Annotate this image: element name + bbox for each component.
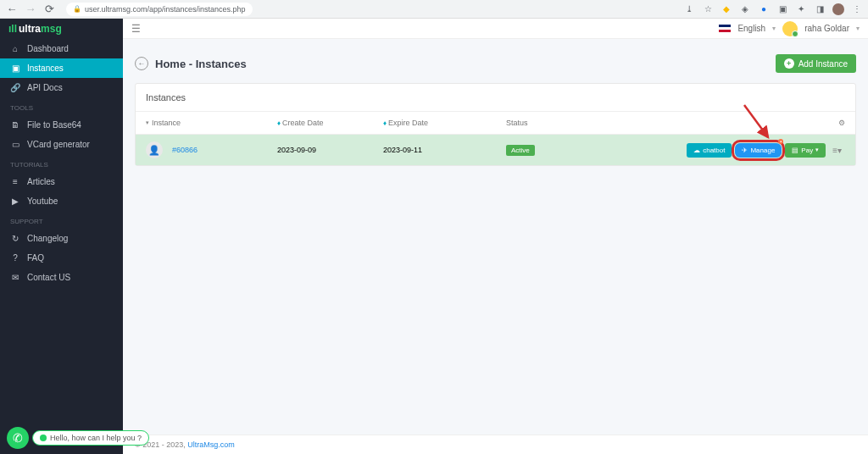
status-badge: Active <box>506 145 535 156</box>
whatsapp-icon: ✆ <box>7 427 29 449</box>
page-title: Home - Instances <box>155 58 247 70</box>
pay-button[interactable]: ▤Pay▾ <box>785 143 826 158</box>
logo-text1: ultra <box>19 23 41 35</box>
browser-forward[interactable]: → <box>24 3 37 16</box>
section-support: SUPPORT <box>0 211 123 229</box>
changelog-icon: ↻ <box>10 234 20 243</box>
chatbot-button[interactable]: ☁chatbot <box>687 143 732 158</box>
star-icon[interactable]: ☆ <box>702 3 714 15</box>
sidebar-item-changelog[interactable]: ↻Changelog <box>0 229 123 248</box>
lock-icon: 🔒 <box>73 5 81 13</box>
chevron-down-icon: ▾ <box>856 25 860 32</box>
panel-title: Instances <box>136 84 855 112</box>
card-icon: ▤ <box>792 147 798 154</box>
instances-panel: Instances ▾Instance ♦Create Date ♦Expire… <box>135 83 856 166</box>
sidebar-item-dashboard[interactable]: ⌂ Dashboard <box>0 39 123 58</box>
profile-avatar[interactable] <box>832 3 844 15</box>
col-expire[interactable]: ♦Expire Date <box>383 119 506 127</box>
col-status[interactable]: Status <box>506 119 591 127</box>
install-icon[interactable]: ⤓ <box>683 3 695 15</box>
manage-button[interactable]: •✈Manage <box>735 143 782 158</box>
instance-avatar: 👤 <box>146 141 163 158</box>
main-area: ☰ English ▾ raha Goldar ▾ ← Home - Insta… <box>123 19 868 454</box>
ext1-icon[interactable]: ◆ <box>721 3 732 15</box>
footer: © 2021 - 2023, UltraMsg.com <box>123 435 868 454</box>
hamburger-icon[interactable]: ☰ <box>131 23 141 35</box>
menu-icon[interactable]: ⋮ <box>851 3 863 15</box>
panel-icon[interactable]: ◨ <box>814 3 826 15</box>
flag-icon <box>719 25 731 32</box>
topbar: ☰ English ▾ raha Goldar ▾ <box>123 19 868 39</box>
chevron-down-icon: ▾ <box>772 25 776 32</box>
logo-text2: msg <box>41 23 62 35</box>
card-icon: ▭ <box>10 140 20 149</box>
add-instance-button[interactable]: + Add Instance <box>776 54 856 73</box>
browser-back[interactable]: ← <box>5 3 19 16</box>
ext3-icon[interactable]: ● <box>758 3 770 15</box>
sidebar-item-contact[interactable]: ✉Contact US <box>0 268 123 287</box>
sidebar-item-vcard[interactable]: ▭VCard generator <box>0 135 123 154</box>
user-avatar[interactable] <box>782 21 798 36</box>
grid-icon: ▣ <box>10 64 20 73</box>
sidebar-item-faq[interactable]: ?FAQ <box>0 248 123 268</box>
language-label[interactable]: English <box>737 24 765 33</box>
table-settings-icon[interactable]: ⚙ <box>838 119 845 127</box>
sidebar-label: Dashboard <box>27 44 69 53</box>
notif-badge: • <box>778 139 783 144</box>
chat-bubble: Hello, how can I help you ? <box>32 430 149 446</box>
articles-icon: ≡ <box>10 177 20 186</box>
logo-icon: ıll <box>8 23 17 35</box>
instance-id-link[interactable]: #60866 <box>172 146 198 154</box>
section-tools: TOOLS <box>0 97 123 115</box>
sidebar: ıll ultramsg ⌂ Dashboard ▣ Instances 🔗 A… <box>0 19 123 454</box>
sidebar-item-youtube[interactable]: ▶Youtube <box>0 191 123 211</box>
address-bar[interactable]: 🔒 user.ultramsg.com/app/instances/instan… <box>66 3 253 16</box>
sidebar-label: Instances <box>27 64 64 73</box>
sidebar-label: API Docs <box>27 83 63 92</box>
send-icon: ✈ <box>742 147 748 154</box>
username-label[interactable]: raha Goldar <box>804 24 849 33</box>
cloud-icon: ☁ <box>693 147 700 154</box>
youtube-icon: ▶ <box>10 197 20 206</box>
browser-reload[interactable]: ⟳ <box>42 3 56 16</box>
browser-chrome: ← → ⟳ 🔒 user.ultramsg.com/app/instances/… <box>0 0 868 19</box>
file-icon: 🗎 <box>10 120 20 130</box>
create-date: 2023-09-09 <box>277 146 383 154</box>
sidebar-item-instances[interactable]: ▣ Instances <box>0 58 123 78</box>
footer-link[interactable]: UltraMsg.com <box>187 440 235 449</box>
col-create[interactable]: ♦Create Date <box>277 119 383 127</box>
ext2-icon[interactable]: ◈ <box>739 3 751 15</box>
table-header: ▾Instance ♦Create Date ♦Expire Date Stat… <box>136 112 855 135</box>
col-instance[interactable]: ▾Instance <box>146 119 277 127</box>
whatsapp-widget[interactable]: ✆ Hello, how can I help you ? <box>7 427 149 449</box>
home-icon: ⌂ <box>10 44 20 53</box>
table-row: 👤 #60866 2023-09-09 2023-09-11 Active ☁c… <box>136 135 855 165</box>
puzzle-icon[interactable]: ✦ <box>795 3 807 15</box>
ext4-icon[interactable]: ▣ <box>776 3 788 15</box>
mail-icon: ✉ <box>10 273 20 282</box>
logo[interactable]: ıll ultramsg <box>0 19 123 39</box>
back-button[interactable]: ← <box>135 57 148 70</box>
row-menu-icon[interactable]: ≡▾ <box>829 146 845 155</box>
link-icon: 🔗 <box>10 83 20 92</box>
page-header: ← Home - Instances + Add Instance <box>123 39 868 83</box>
expire-date: 2023-09-11 <box>383 146 506 154</box>
faq-icon: ? <box>10 253 20 263</box>
sidebar-item-base64[interactable]: 🗎File to Base64 <box>0 115 123 135</box>
url-text: user.ultramsg.com/app/instances/instance… <box>85 5 246 14</box>
section-tutorials: TUTORIALS <box>0 154 123 172</box>
plus-icon: + <box>784 58 794 69</box>
sidebar-item-apidocs[interactable]: 🔗 API Docs <box>0 78 123 97</box>
sidebar-item-articles[interactable]: ≡Articles <box>0 172 123 191</box>
